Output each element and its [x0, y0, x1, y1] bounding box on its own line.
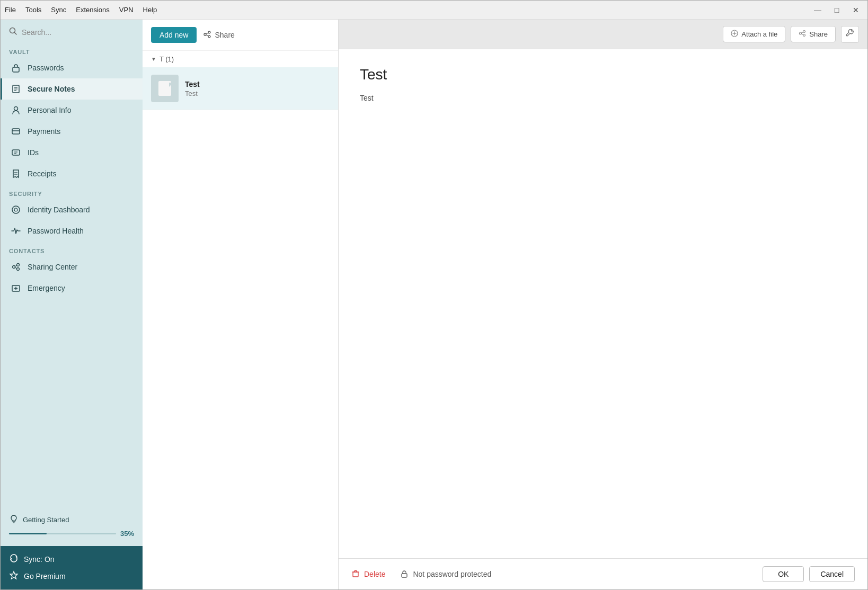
sidebar-item-passwords[interactable]: Passwords [1, 57, 143, 78]
getting-started-label: Getting Started [23, 516, 69, 524]
svg-point-28 [204, 33, 206, 35]
share-button-right[interactable]: Share [791, 26, 836, 42]
emergency-label: Emergency [28, 284, 65, 292]
progress-percentage: 35% [120, 530, 134, 538]
search-container[interactable] [1, 20, 143, 42]
svg-point-30 [208, 35, 210, 38]
sidebar-item-secure-notes[interactable]: Secure Notes [1, 78, 143, 100]
sync-icon [9, 553, 19, 565]
attach-file-button[interactable]: Attach a file [723, 26, 785, 42]
vault-section-label: VAULT [1, 42, 143, 57]
id-icon [11, 147, 21, 158]
svg-marker-27 [10, 571, 17, 579]
share-icon-middle [203, 30, 211, 40]
secure-notes-label: Secure Notes [28, 85, 75, 93]
attach-file-label: Attach a file [741, 30, 777, 38]
right-toolbar: Attach a file Share [339, 20, 867, 49]
svg-point-18 [17, 264, 20, 266]
note-view-content: Test Test [339, 49, 867, 558]
main-layout: VAULT Passwords [1, 20, 867, 589]
vault-section: VAULT Passwords [1, 42, 143, 184]
lock-open-icon [400, 569, 409, 579]
receipts-label: Receipts [28, 169, 56, 178]
ok-button[interactable]: OK [763, 566, 804, 582]
star-icon [9, 570, 19, 582]
add-new-button[interactable]: Add new [151, 27, 197, 43]
svg-rect-46 [402, 574, 407, 577]
maximize-button[interactable]: □ [829, 4, 844, 16]
search-input[interactable] [22, 28, 134, 37]
delete-label: Delete [364, 570, 385, 578]
attach-icon [731, 30, 738, 39]
wrench-icon [846, 29, 854, 40]
menu-item-vpn[interactable]: VPN [119, 6, 134, 14]
progress-bar-background [9, 533, 116, 534]
svg-line-32 [206, 35, 208, 36]
menu-item-help[interactable]: Help [143, 6, 157, 14]
svg-line-39 [802, 32, 803, 33]
lock-icon [11, 62, 21, 73]
svg-point-15 [12, 206, 20, 213]
payments-label: Payments [28, 127, 60, 136]
menu-item-extensions[interactable]: Extensions [76, 6, 110, 14]
svg-point-7 [14, 107, 18, 111]
menu-item-sync[interactable]: Sync [51, 6, 66, 14]
sidebar-item-sharing-center[interactable]: Sharing Center [1, 256, 143, 278]
note-view-body: Test [360, 94, 846, 102]
sidebar-item-payments[interactable]: Payments [1, 121, 143, 142]
group-header-t[interactable]: ▼ T (1) [143, 51, 338, 67]
sidebar-item-identity-dashboard[interactable]: Identity Dashboard [1, 199, 143, 220]
svg-line-31 [206, 33, 208, 34]
sidebar-item-emergency[interactable]: Emergency [1, 278, 143, 299]
delete-button[interactable]: Delete [351, 569, 385, 579]
cancel-button[interactable]: Cancel [809, 566, 855, 582]
svg-line-20 [15, 265, 17, 266]
password-status: Not password protected [400, 569, 491, 579]
sidebar-item-password-health[interactable]: Password Health [1, 220, 143, 242]
middle-panel: Add new Share ▼ T [143, 20, 339, 589]
sharing-center-label: Sharing Center [28, 263, 77, 271]
svg-rect-2 [13, 67, 19, 72]
sidebar: VAULT Passwords [1, 20, 143, 589]
menu-item-tools[interactable]: Tools [25, 6, 41, 14]
person-icon [11, 105, 21, 115]
sync-status[interactable]: Sync: On [9, 553, 134, 565]
window-controls: — □ ✕ [810, 4, 863, 16]
svg-point-37 [803, 31, 805, 33]
sidebar-footer: Sync: On Go Premium [1, 546, 143, 589]
go-premium[interactable]: Go Premium [9, 570, 134, 582]
share-label-middle: Share [215, 31, 234, 39]
share-icon-right [799, 30, 806, 39]
getting-started-row[interactable]: Getting Started [9, 514, 134, 525]
search-icon [9, 27, 17, 37]
note-item-test[interactable]: Test Test [143, 67, 338, 110]
menu-bar: FileToolsSyncExtensionsVPNHelp [5, 6, 810, 14]
minimize-button[interactable]: — [810, 4, 825, 16]
middle-toolbar: Add new Share [143, 20, 338, 51]
password-health-label: Password Health [28, 227, 84, 235]
app-window: FileToolsSyncExtensionsVPNHelp — □ ✕ [0, 0, 868, 590]
svg-line-1 [15, 33, 17, 35]
payment-icon [11, 126, 21, 137]
security-section: SECURITY Identity Dashboard [1, 184, 143, 242]
note-info: Test Test [185, 80, 330, 97]
note-view-title: Test [360, 66, 846, 83]
menu-item-file[interactable]: File [5, 6, 16, 14]
svg-point-29 [208, 31, 210, 33]
svg-point-17 [13, 266, 15, 269]
note-icon [11, 84, 21, 94]
sidebar-item-receipts[interactable]: Receipts [1, 163, 143, 184]
sidebar-item-ids[interactable]: IDs [1, 142, 143, 163]
svg-point-16 [14, 208, 17, 211]
sync-label: Sync: On [24, 555, 55, 564]
close-button[interactable]: ✕ [848, 4, 863, 16]
share-button-middle[interactable]: Share [203, 30, 234, 40]
sidebar-item-personal-info[interactable]: Personal Info [1, 100, 143, 121]
sharing-icon [11, 262, 21, 272]
right-panel: Attach a file Share [339, 20, 867, 589]
settings-button-right[interactable] [841, 26, 859, 43]
emergency-icon [11, 283, 21, 293]
share-label-right: Share [809, 30, 828, 38]
identity-icon [11, 204, 21, 215]
title-bar: FileToolsSyncExtensionsVPNHelp — □ ✕ [1, 1, 867, 20]
